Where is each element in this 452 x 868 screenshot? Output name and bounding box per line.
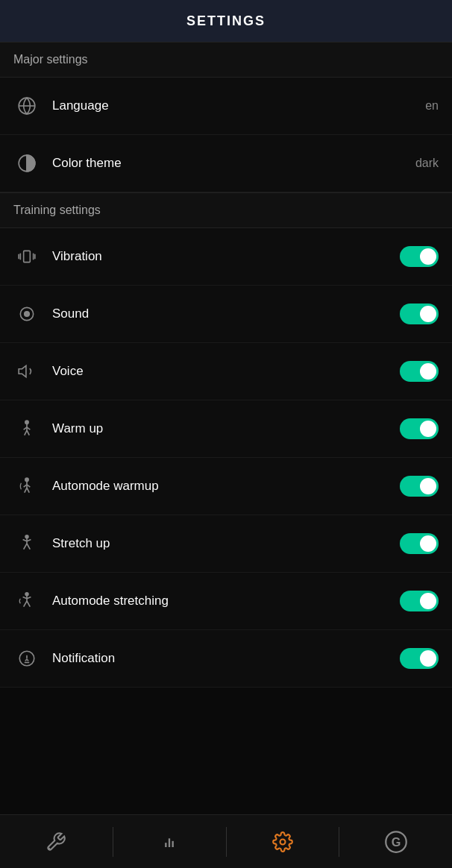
tools-icon [45, 831, 66, 852]
main-content: Major settings Language en Color theme d… [0, 42, 452, 741]
color-theme-label: Color theme [52, 156, 409, 171]
setting-row-language[interactable]: Language en [0, 78, 452, 135]
stats-icon [159, 831, 180, 852]
svg-line-17 [27, 430, 29, 435]
app-header: SETTINGS [0, 0, 452, 42]
language-value: en [425, 99, 439, 113]
svg-point-18 [25, 478, 28, 481]
svg-line-34 [24, 601, 27, 607]
svg-point-30 [25, 593, 28, 596]
nav-item-tools[interactable] [0, 815, 113, 868]
svg-line-28 [24, 544, 27, 550]
setting-row-warmup[interactable]: Warm up [0, 400, 452, 458]
setting-row-sound[interactable]: Sound [0, 286, 452, 343]
svg-point-43 [280, 839, 285, 844]
stretch-up-toggle[interactable] [400, 533, 439, 554]
voice-label: Voice [52, 364, 400, 379]
section-major-settings: Major settings [0, 42, 452, 78]
automode-stretching-toggle[interactable] [400, 591, 439, 611]
stretch-icon [13, 530, 40, 557]
automode-warmup-toggle[interactable] [400, 476, 439, 497]
automode-warmup-icon [13, 473, 40, 500]
svg-marker-11 [19, 365, 26, 377]
page-title: SETTINGS [186, 13, 266, 29]
theme-icon [13, 150, 40, 177]
warmup-icon [13, 415, 40, 442]
warmup-label: Warm up [52, 421, 400, 436]
setting-row-notification[interactable]: Notification [0, 630, 452, 688]
vibration-toggle[interactable] [400, 246, 439, 267]
automode-warmup-label: Automode warmup [52, 479, 400, 494]
setting-row-stretch-up[interactable]: Stretch up [0, 515, 452, 573]
color-theme-value: dark [415, 157, 439, 170]
svg-line-29 [27, 544, 30, 550]
svg-point-10 [26, 313, 28, 315]
setting-row-automode-stretching[interactable]: Automode stretching [0, 573, 452, 630]
voice-toggle[interactable] [400, 361, 439, 382]
notification-label: Notification [52, 651, 400, 666]
svg-rect-3 [24, 251, 31, 262]
svg-line-23 [27, 488, 29, 493]
g-icon: G [385, 831, 407, 853]
notification-icon [13, 645, 40, 672]
stretch-up-label: Stretch up [52, 536, 400, 551]
nav-item-g[interactable]: G [339, 815, 452, 868]
svg-line-22 [25, 488, 27, 493]
setting-row-voice[interactable]: Voice [0, 343, 452, 400]
voice-icon [13, 358, 40, 385]
sound-icon [13, 301, 40, 327]
setting-row-color-theme[interactable]: Color theme dark [0, 135, 452, 192]
setting-row-automode-warmup[interactable]: Automode warmup [0, 458, 452, 515]
svg-point-12 [25, 421, 28, 424]
bottom-nav: G [0, 814, 452, 868]
setting-row-vibration[interactable]: Vibration [0, 228, 452, 286]
notification-toggle[interactable] [400, 648, 439, 669]
automode-stretch-icon [13, 588, 40, 614]
language-label: Language [52, 98, 419, 113]
warmup-toggle[interactable] [400, 418, 439, 439]
automode-stretching-label: Automode stretching [52, 594, 400, 608]
vibration-icon [13, 243, 40, 270]
settings-icon [272, 831, 293, 852]
svg-line-16 [25, 430, 27, 435]
sound-label: Sound [52, 306, 400, 321]
vibration-label: Vibration [52, 249, 400, 264]
nav-item-stats[interactable] [113, 815, 226, 868]
nav-item-settings[interactable] [227, 815, 339, 868]
globe-icon [13, 92, 40, 119]
svg-text:G: G [391, 835, 401, 849]
section-training-settings: Training settings [0, 192, 452, 228]
svg-line-35 [27, 601, 30, 607]
sound-toggle[interactable] [400, 304, 439, 324]
svg-point-24 [25, 535, 28, 538]
